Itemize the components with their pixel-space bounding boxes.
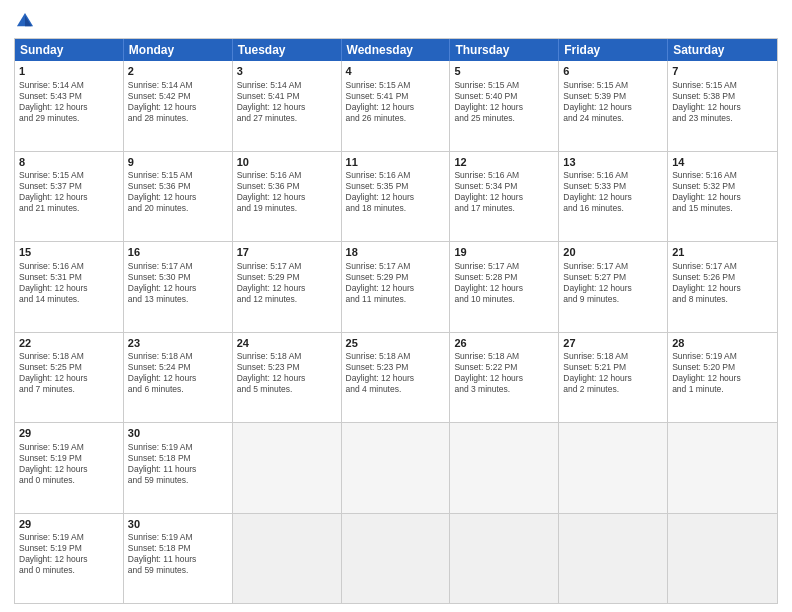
- calendar-cell: [342, 514, 451, 604]
- day-number: 11: [346, 155, 446, 170]
- cell-text: Sunrise: 5:14 AMSunset: 5:43 PMDaylight:…: [19, 80, 119, 124]
- cell-text: Sunrise: 5:17 AMSunset: 5:26 PMDaylight:…: [672, 261, 773, 305]
- calendar-cell: [668, 514, 777, 604]
- day-number: 23: [128, 336, 228, 351]
- calendar-cell: [233, 423, 342, 513]
- day-number: 24: [237, 336, 337, 351]
- day-number: 17: [237, 245, 337, 260]
- cell-text: Sunrise: 5:16 AMSunset: 5:35 PMDaylight:…: [346, 170, 446, 214]
- day-number: 4: [346, 64, 446, 79]
- calendar-cell: [342, 423, 451, 513]
- day-number: 2: [128, 64, 228, 79]
- cell-text: Sunrise: 5:16 AMSunset: 5:34 PMDaylight:…: [454, 170, 554, 214]
- calendar-cell: 6Sunrise: 5:15 AMSunset: 5:39 PMDaylight…: [559, 61, 668, 151]
- day-header-saturday: Saturday: [668, 39, 777, 61]
- day-header-monday: Monday: [124, 39, 233, 61]
- calendar-cell: [233, 514, 342, 604]
- calendar-cell: 10Sunrise: 5:16 AMSunset: 5:36 PMDayligh…: [233, 152, 342, 242]
- calendar-cell: 5Sunrise: 5:15 AMSunset: 5:40 PMDaylight…: [450, 61, 559, 151]
- cell-text: Sunrise: 5:16 AMSunset: 5:33 PMDaylight:…: [563, 170, 663, 214]
- calendar: SundayMondayTuesdayWednesdayThursdayFrid…: [14, 38, 778, 604]
- cell-text: Sunrise: 5:18 AMSunset: 5:24 PMDaylight:…: [128, 351, 228, 395]
- day-number: 25: [346, 336, 446, 351]
- calendar-cell: 17Sunrise: 5:17 AMSunset: 5:29 PMDayligh…: [233, 242, 342, 332]
- cell-text: Sunrise: 5:19 AMSunset: 5:18 PMDaylight:…: [128, 442, 228, 486]
- day-number: 3: [237, 64, 337, 79]
- cell-text: Sunrise: 5:17 AMSunset: 5:30 PMDaylight:…: [128, 261, 228, 305]
- calendar-cell: 11Sunrise: 5:16 AMSunset: 5:35 PMDayligh…: [342, 152, 451, 242]
- cell-text: Sunrise: 5:19 AMSunset: 5:20 PMDaylight:…: [672, 351, 773, 395]
- calendar-row: 29Sunrise: 5:19 AMSunset: 5:19 PMDayligh…: [15, 423, 777, 514]
- day-number: 10: [237, 155, 337, 170]
- day-number: 26: [454, 336, 554, 351]
- cell-text: Sunrise: 5:15 AMSunset: 5:37 PMDaylight:…: [19, 170, 119, 214]
- calendar-cell: 29Sunrise: 5:19 AMSunset: 5:19 PMDayligh…: [15, 514, 124, 604]
- cell-text: Sunrise: 5:19 AMSunset: 5:19 PMDaylight:…: [19, 532, 119, 576]
- cell-text: Sunrise: 5:16 AMSunset: 5:31 PMDaylight:…: [19, 261, 119, 305]
- calendar-cell: 19Sunrise: 5:17 AMSunset: 5:28 PMDayligh…: [450, 242, 559, 332]
- cell-text: Sunrise: 5:15 AMSunset: 5:39 PMDaylight:…: [563, 80, 663, 124]
- day-number: 30: [128, 426, 228, 441]
- day-header-wednesday: Wednesday: [342, 39, 451, 61]
- day-number: 13: [563, 155, 663, 170]
- calendar-row: 8Sunrise: 5:15 AMSunset: 5:37 PMDaylight…: [15, 152, 777, 243]
- calendar-cell: 1Sunrise: 5:14 AMSunset: 5:43 PMDaylight…: [15, 61, 124, 151]
- day-number: 7: [672, 64, 773, 79]
- calendar-cell: 21Sunrise: 5:17 AMSunset: 5:26 PMDayligh…: [668, 242, 777, 332]
- cell-text: Sunrise: 5:15 AMSunset: 5:38 PMDaylight:…: [672, 80, 773, 124]
- calendar-cell: 29Sunrise: 5:19 AMSunset: 5:19 PMDayligh…: [15, 423, 124, 513]
- calendar-header: SundayMondayTuesdayWednesdayThursdayFrid…: [15, 39, 777, 61]
- calendar-row: 22Sunrise: 5:18 AMSunset: 5:25 PMDayligh…: [15, 333, 777, 424]
- calendar-row: 29Sunrise: 5:19 AMSunset: 5:19 PMDayligh…: [15, 514, 777, 604]
- day-header-friday: Friday: [559, 39, 668, 61]
- day-header-thursday: Thursday: [450, 39, 559, 61]
- logo-icon: [14, 10, 36, 32]
- day-number: 14: [672, 155, 773, 170]
- cell-text: Sunrise: 5:15 AMSunset: 5:36 PMDaylight:…: [128, 170, 228, 214]
- day-number: 19: [454, 245, 554, 260]
- header: [14, 10, 778, 32]
- calendar-row: 15Sunrise: 5:16 AMSunset: 5:31 PMDayligh…: [15, 242, 777, 333]
- day-number: 16: [128, 245, 228, 260]
- day-number: 20: [563, 245, 663, 260]
- cell-text: Sunrise: 5:18 AMSunset: 5:25 PMDaylight:…: [19, 351, 119, 395]
- calendar-cell: 28Sunrise: 5:19 AMSunset: 5:20 PMDayligh…: [668, 333, 777, 423]
- day-number: 27: [563, 336, 663, 351]
- calendar-cell: 27Sunrise: 5:18 AMSunset: 5:21 PMDayligh…: [559, 333, 668, 423]
- day-number: 8: [19, 155, 119, 170]
- calendar-cell: 22Sunrise: 5:18 AMSunset: 5:25 PMDayligh…: [15, 333, 124, 423]
- calendar-row: 1Sunrise: 5:14 AMSunset: 5:43 PMDaylight…: [15, 61, 777, 152]
- calendar-cell: 7Sunrise: 5:15 AMSunset: 5:38 PMDaylight…: [668, 61, 777, 151]
- calendar-cell: [668, 423, 777, 513]
- cell-text: Sunrise: 5:19 AMSunset: 5:19 PMDaylight:…: [19, 442, 119, 486]
- calendar-body: 1Sunrise: 5:14 AMSunset: 5:43 PMDaylight…: [15, 61, 777, 603]
- day-number: 22: [19, 336, 119, 351]
- cell-text: Sunrise: 5:18 AMSunset: 5:21 PMDaylight:…: [563, 351, 663, 395]
- cell-text: Sunrise: 5:17 AMSunset: 5:29 PMDaylight:…: [237, 261, 337, 305]
- calendar-cell: 8Sunrise: 5:15 AMSunset: 5:37 PMDaylight…: [15, 152, 124, 242]
- day-number: 5: [454, 64, 554, 79]
- cell-text: Sunrise: 5:15 AMSunset: 5:41 PMDaylight:…: [346, 80, 446, 124]
- day-header-sunday: Sunday: [15, 39, 124, 61]
- calendar-cell: [559, 514, 668, 604]
- day-number: 6: [563, 64, 663, 79]
- cell-text: Sunrise: 5:19 AMSunset: 5:18 PMDaylight:…: [128, 532, 228, 576]
- calendar-cell: 20Sunrise: 5:17 AMSunset: 5:27 PMDayligh…: [559, 242, 668, 332]
- calendar-cell: 24Sunrise: 5:18 AMSunset: 5:23 PMDayligh…: [233, 333, 342, 423]
- day-number: 12: [454, 155, 554, 170]
- calendar-cell: 30Sunrise: 5:19 AMSunset: 5:18 PMDayligh…: [124, 423, 233, 513]
- calendar-cell: 4Sunrise: 5:15 AMSunset: 5:41 PMDaylight…: [342, 61, 451, 151]
- calendar-cell: [450, 514, 559, 604]
- calendar-cell: 14Sunrise: 5:16 AMSunset: 5:32 PMDayligh…: [668, 152, 777, 242]
- cell-text: Sunrise: 5:18 AMSunset: 5:23 PMDaylight:…: [346, 351, 446, 395]
- cell-text: Sunrise: 5:17 AMSunset: 5:29 PMDaylight:…: [346, 261, 446, 305]
- calendar-cell: 26Sunrise: 5:18 AMSunset: 5:22 PMDayligh…: [450, 333, 559, 423]
- calendar-cell: 12Sunrise: 5:16 AMSunset: 5:34 PMDayligh…: [450, 152, 559, 242]
- cell-text: Sunrise: 5:16 AMSunset: 5:36 PMDaylight:…: [237, 170, 337, 214]
- calendar-cell: 18Sunrise: 5:17 AMSunset: 5:29 PMDayligh…: [342, 242, 451, 332]
- cell-text: Sunrise: 5:14 AMSunset: 5:42 PMDaylight:…: [128, 80, 228, 124]
- day-number: 21: [672, 245, 773, 260]
- calendar-cell: 30Sunrise: 5:19 AMSunset: 5:18 PMDayligh…: [124, 514, 233, 604]
- calendar-cell: 9Sunrise: 5:15 AMSunset: 5:36 PMDaylight…: [124, 152, 233, 242]
- calendar-cell: 13Sunrise: 5:16 AMSunset: 5:33 PMDayligh…: [559, 152, 668, 242]
